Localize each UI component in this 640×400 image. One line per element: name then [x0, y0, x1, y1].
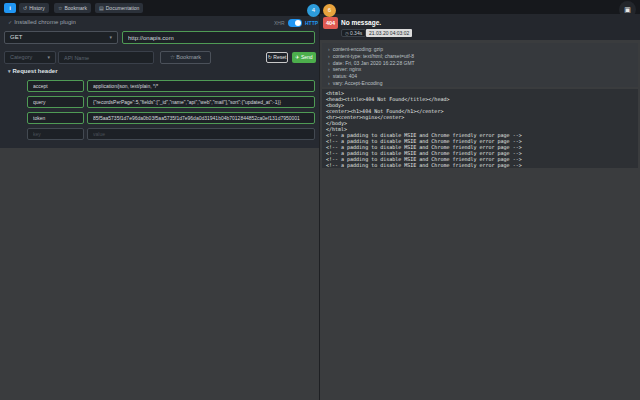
category-select[interactable]: Category ▾: [4, 51, 56, 64]
header-value-input[interactable]: [87, 80, 315, 92]
bullet-icon: ›: [328, 66, 330, 72]
panel-divider: [319, 16, 320, 400]
reset-icon: ↻: [268, 54, 272, 60]
header-key-input[interactable]: [27, 112, 84, 124]
response-headers-list: ›content-encoding: gzip ›content-type: t…: [322, 43, 638, 87]
history-label: History: [29, 5, 45, 11]
response-time-button[interactable]: ◷0.34s: [341, 29, 366, 37]
caret-down-icon: ▾: [8, 68, 11, 74]
method-select[interactable]: GET ▾: [4, 31, 118, 44]
category-placeholder: Category: [10, 54, 32, 60]
history-button[interactable]: ↺History: [19, 3, 49, 13]
bullet-icon: ›: [328, 60, 330, 66]
bookmark-nav-label: Bookmark: [64, 5, 87, 11]
star-icon: ☆: [170, 54, 175, 60]
response-header-line[interactable]: ›date: Fri, 03 Jan 2020 16:22:28 GMT: [328, 60, 638, 67]
send-button[interactable]: ✈ Send: [292, 52, 316, 63]
response-time-label: 0.34s: [350, 30, 362, 36]
bullet-icon: ›: [328, 80, 330, 86]
method-value: GET: [10, 34, 22, 40]
xhr-http-toggle[interactable]: [288, 19, 302, 27]
blue-count-badge[interactable]: 4: [307, 4, 320, 17]
response-header-line[interactable]: ›status: 404: [328, 73, 638, 80]
app-window: i ↺History ☆Bookmark ▤Documentation 4 6 …: [0, 0, 640, 400]
bullet-icon: ›: [328, 46, 330, 52]
header-key-input-empty[interactable]: [27, 128, 84, 140]
star-icon: ☆: [58, 5, 62, 11]
check-icon: ✓: [8, 19, 12, 25]
bullet-icon: ›: [328, 73, 330, 79]
response-header-line[interactable]: ›content-encoding: gzip: [328, 46, 638, 53]
response-header-text: content-type: text/html; charset=utf-8: [333, 53, 414, 59]
response-header-line[interactable]: ›content-type: text/html; charset=utf-8: [328, 53, 638, 60]
request-header-label: Request header: [13, 68, 58, 74]
request-header-section[interactable]: ▾Request header: [8, 68, 58, 74]
chevron-down-icon: ▾: [109, 32, 112, 43]
header-value-input[interactable]: [87, 112, 315, 124]
response-header-line[interactable]: ›vary: Accept-Encoding: [328, 80, 638, 87]
chevron-down-icon: ▾: [47, 52, 50, 63]
send-icon: ✈: [295, 54, 299, 60]
header-key-input[interactable]: [27, 80, 84, 92]
plugin-status-label: Installed chrome plugin: [14, 19, 76, 25]
response-header-text: server: nginx: [333, 66, 362, 72]
api-name-input[interactable]: [58, 51, 154, 64]
box-icon: ▣: [624, 6, 631, 13]
response-header-text: content-encoding: gzip: [333, 46, 383, 52]
request-panel: ✓Installed chrome plugin XHR HTTP GET ▾ …: [0, 16, 319, 148]
response-header-text: vary: Accept-Encoding: [333, 80, 383, 86]
status-badge: 404: [323, 17, 338, 29]
bookmark-save-button[interactable]: ☆ Bookmark: [160, 51, 211, 64]
response-body-line: <!-- a padding to disable MSIE and Chrom…: [326, 162, 638, 168]
history-icon: ↺: [23, 5, 27, 11]
send-label: Send: [301, 54, 313, 60]
reset-button[interactable]: ↻ Reset: [266, 52, 288, 63]
orange-count-badge[interactable]: 6: [323, 4, 336, 17]
timestamp-badge: 21.03.20 04:03:02: [366, 29, 412, 37]
clock-icon: ◷: [345, 31, 349, 36]
mode-label-xhr: XHR: [274, 20, 285, 26]
header-value-input-empty[interactable]: [87, 128, 315, 140]
bookmark-save-label: Bookmark: [176, 54, 201, 60]
documentation-button[interactable]: ▤Documentation: [95, 3, 143, 13]
response-header-text: date: Fri, 03 Jan 2020 16:22:28 GMT: [333, 60, 415, 66]
document-icon: ▤: [99, 5, 104, 11]
toggle-knob: [295, 20, 301, 26]
bookmark-nav-button[interactable]: ☆Bookmark: [54, 3, 91, 13]
response-header-line[interactable]: ›server: nginx: [328, 66, 638, 73]
status-message: No message.: [341, 19, 381, 26]
response-header-text: status: 404: [333, 73, 357, 79]
plugin-status: ✓Installed chrome plugin: [8, 19, 76, 25]
bullet-icon: ›: [328, 53, 330, 59]
mode-label-http: HTTP: [305, 20, 318, 26]
header-value-input[interactable]: [87, 96, 315, 108]
response-header-bar: 404 No message. ◷0.34s 21.03.20 04:03:02: [320, 14, 640, 40]
info-button[interactable]: i: [4, 3, 16, 13]
reset-label: Reset: [273, 54, 286, 60]
url-input[interactable]: [122, 31, 315, 44]
documentation-label: Documentation: [106, 5, 140, 11]
header-key-input[interactable]: [27, 96, 84, 108]
response-body: <html> <head><title>404 Not Found</title…: [322, 89, 638, 168]
